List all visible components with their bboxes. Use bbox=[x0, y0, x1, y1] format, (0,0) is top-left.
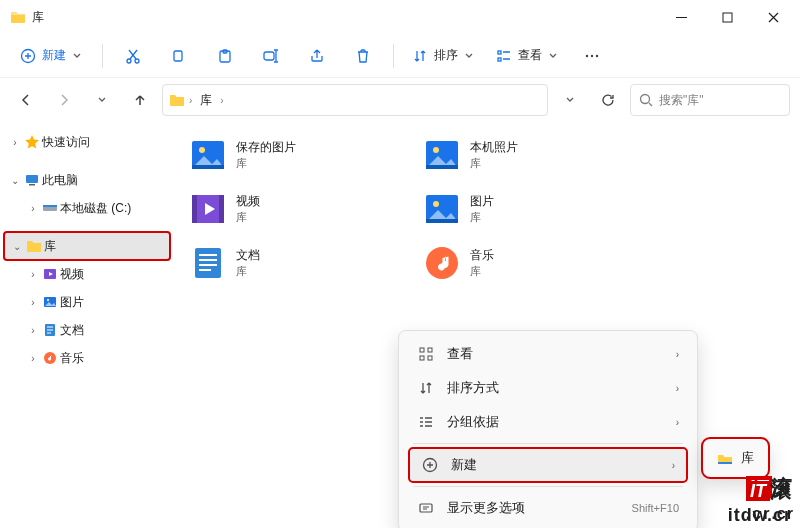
up-button[interactable] bbox=[124, 84, 156, 116]
ctx-more-options[interactable]: 显示更多选项 Shift+F10 bbox=[405, 491, 691, 525]
chevron-right-icon: › bbox=[220, 95, 223, 106]
document-icon bbox=[42, 322, 58, 338]
item-type: 库 bbox=[236, 264, 260, 279]
item-name: 本机照片 bbox=[470, 139, 518, 156]
view-button[interactable]: 查看 bbox=[488, 39, 566, 73]
expand-icon[interactable]: › bbox=[26, 297, 40, 308]
sidebar-documents[interactable]: › 文档 bbox=[2, 316, 172, 344]
library-item-saved-pictures[interactable]: 保存的图片库 bbox=[186, 130, 416, 180]
plus-icon bbox=[421, 457, 439, 473]
back-button[interactable] bbox=[10, 84, 42, 116]
sidebar-this-pc[interactable]: ⌄ 此电脑 bbox=[2, 166, 172, 194]
svg-rect-17 bbox=[29, 184, 35, 186]
ctx-label: 分组依据 bbox=[447, 413, 499, 431]
item-type: 库 bbox=[470, 264, 494, 279]
svg-rect-44 bbox=[420, 504, 432, 512]
svg-rect-0 bbox=[676, 17, 687, 18]
picture-icon bbox=[422, 189, 462, 229]
ctx-sort[interactable]: 排序方式 › bbox=[405, 371, 691, 405]
item-name: 文档 bbox=[236, 247, 260, 264]
new-button[interactable]: 新建 bbox=[10, 39, 92, 73]
sidebar-item-label: 此电脑 bbox=[42, 172, 78, 189]
paste-button[interactable] bbox=[205, 39, 245, 73]
sidebar-pictures[interactable]: › 图片 bbox=[2, 288, 172, 316]
svg-point-15 bbox=[641, 95, 650, 104]
close-button[interactable] bbox=[750, 1, 796, 33]
chevron-down-icon bbox=[464, 51, 474, 61]
picture-icon bbox=[188, 135, 228, 175]
svg-rect-27 bbox=[192, 165, 224, 169]
address-bar[interactable]: › 库 › bbox=[162, 84, 548, 116]
rename-button[interactable] bbox=[251, 39, 291, 73]
item-name: 音乐 bbox=[470, 247, 494, 264]
ctx-group[interactable]: 分组依据 › bbox=[405, 405, 691, 439]
chevron-right-icon: › bbox=[676, 349, 679, 360]
expand-icon[interactable]: › bbox=[8, 137, 22, 148]
collapse-icon[interactable]: ⌄ bbox=[8, 175, 22, 186]
sidebar-item-label: 视频 bbox=[60, 266, 84, 283]
search-box[interactable]: 搜索"库" bbox=[630, 84, 790, 116]
chevron-right-icon: › bbox=[189, 95, 192, 106]
sidebar-libraries[interactable]: ⌄ 库 bbox=[4, 232, 170, 260]
sort-button[interactable]: 排序 bbox=[404, 39, 482, 73]
chevron-right-icon: › bbox=[676, 417, 679, 428]
svg-rect-5 bbox=[174, 51, 182, 61]
context-menu: 查看 › 排序方式 › 分组依据 › 新建 › 显示更多选项 Shift+F10 bbox=[398, 330, 698, 528]
library-item-music[interactable]: 音乐库 bbox=[420, 238, 650, 288]
library-item-videos[interactable]: 视频库 bbox=[186, 184, 416, 234]
recent-button[interactable] bbox=[86, 84, 118, 116]
title-bar: 库 bbox=[0, 0, 800, 34]
submenu-library[interactable]: 库 bbox=[707, 443, 764, 473]
svg-rect-16 bbox=[26, 175, 38, 183]
grid-icon bbox=[417, 346, 435, 362]
shortcut-text: Shift+F10 bbox=[632, 502, 679, 514]
item-type: 库 bbox=[236, 156, 296, 171]
sidebar-music[interactable]: › 音乐 bbox=[2, 344, 172, 372]
sort-icon bbox=[417, 380, 435, 396]
ctx-label: 显示更多选项 bbox=[447, 499, 525, 517]
chevron-down-icon bbox=[72, 51, 82, 61]
breadcrumb[interactable]: 库 bbox=[196, 90, 216, 111]
library-item-documents[interactable]: 文档库 bbox=[186, 238, 416, 288]
refresh-button[interactable] bbox=[592, 84, 624, 116]
ctx-view[interactable]: 查看 › bbox=[405, 337, 691, 371]
svg-point-35 bbox=[433, 201, 439, 207]
delete-button[interactable] bbox=[343, 39, 383, 73]
folder-icon bbox=[10, 9, 26, 25]
more-icon bbox=[417, 500, 435, 516]
sidebar-quick-access[interactable]: › 快速访问 bbox=[2, 128, 172, 156]
library-item-camera-roll[interactable]: 本机照片库 bbox=[420, 130, 650, 180]
separator bbox=[393, 44, 394, 68]
group-icon bbox=[417, 414, 435, 430]
sidebar-item-label: 本地磁盘 (C:) bbox=[60, 200, 131, 217]
sidebar-local-disk[interactable]: › 本地磁盘 (C:) bbox=[2, 194, 172, 222]
svg-rect-42 bbox=[428, 356, 432, 360]
sidebar-videos[interactable]: › 视频 bbox=[2, 260, 172, 288]
ctx-new[interactable]: 新建 › bbox=[409, 448, 687, 482]
collapse-icon[interactable]: ⌄ bbox=[10, 241, 24, 252]
minimize-button[interactable] bbox=[658, 1, 704, 33]
cut-button[interactable] bbox=[113, 39, 153, 73]
more-button[interactable] bbox=[572, 39, 612, 73]
maximize-button[interactable] bbox=[704, 1, 750, 33]
item-type: 库 bbox=[470, 156, 518, 171]
ctx-label: 新建 bbox=[451, 456, 477, 474]
share-button[interactable] bbox=[297, 39, 337, 73]
library-icon bbox=[26, 238, 42, 254]
forward-button[interactable] bbox=[48, 84, 80, 116]
drive-icon bbox=[42, 200, 58, 216]
item-name: 保存的图片 bbox=[236, 139, 296, 156]
search-icon bbox=[639, 93, 653, 107]
star-icon bbox=[24, 134, 40, 150]
svg-point-4 bbox=[135, 59, 139, 63]
expand-icon[interactable]: › bbox=[26, 353, 40, 364]
sidebar-item-label: 文档 bbox=[60, 322, 84, 339]
library-item-pictures[interactable]: 图片库 bbox=[420, 184, 650, 234]
expand-icon[interactable]: › bbox=[26, 325, 40, 336]
item-type: 库 bbox=[236, 210, 260, 225]
expand-icon[interactable]: › bbox=[26, 269, 40, 280]
addr-dropdown-button[interactable] bbox=[554, 84, 586, 116]
expand-icon[interactable]: › bbox=[26, 203, 40, 214]
copy-button[interactable] bbox=[159, 39, 199, 73]
video-icon bbox=[188, 189, 228, 229]
